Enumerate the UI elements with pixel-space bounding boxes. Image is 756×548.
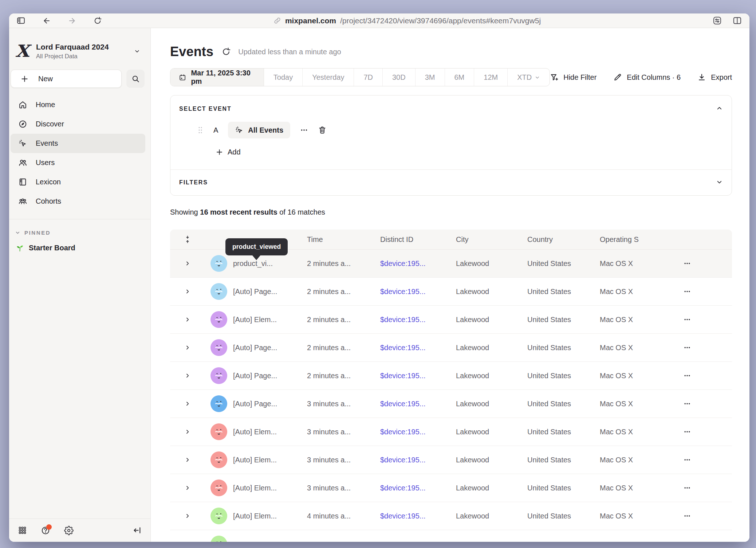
country-cell: United States <box>527 316 600 324</box>
expand-row-icon[interactable] <box>185 373 190 379</box>
expand-row-icon[interactable] <box>185 429 190 435</box>
city-cell: Lakewood <box>456 259 527 268</box>
sidebar-item-events[interactable]: Events <box>11 134 145 153</box>
sidebar-item-discover[interactable]: Discover <box>11 114 145 134</box>
row-more-options-icon[interactable] <box>673 372 732 379</box>
settings-gear-icon[interactable] <box>64 526 74 535</box>
row-more-options-icon[interactable] <box>673 484 732 492</box>
row-more-options-icon[interactable] <box>673 316 732 323</box>
export-button[interactable]: Export <box>697 73 732 82</box>
distinct-id-link[interactable]: $device:195... <box>380 400 456 408</box>
expand-row-icon[interactable] <box>185 317 190 322</box>
forward-icon[interactable] <box>68 16 76 25</box>
range-6m[interactable]: 6M <box>445 68 474 86</box>
distinct-id-link[interactable]: $device:195... <box>380 344 456 352</box>
sidebar-item-starter-board[interactable]: Starter Board <box>9 238 150 258</box>
row-more-options-icon[interactable] <box>673 400 732 407</box>
expand-row-icon[interactable] <box>185 513 190 519</box>
distinct-id-link[interactable]: $device:195... <box>380 428 456 436</box>
expand-row-icon[interactable] <box>185 261 190 266</box>
add-event-button[interactable]: Add <box>216 148 723 156</box>
book-icon <box>18 177 27 187</box>
row-more-options-icon[interactable] <box>673 512 732 520</box>
sidebar-item-label: Discover <box>36 120 64 128</box>
sidebar-item-users[interactable]: Users <box>11 153 145 172</box>
drag-handle-icon[interactable] <box>197 126 204 134</box>
row-more-options-icon[interactable] <box>673 428 732 435</box>
help-button[interactable] <box>41 526 50 535</box>
pencil-icon <box>613 73 622 82</box>
seedling-icon <box>16 244 24 252</box>
range-3m[interactable]: 3M <box>415 68 445 86</box>
add-label: Add <box>228 148 241 156</box>
expand-row-icon[interactable] <box>185 541 190 542</box>
reload-icon[interactable] <box>93 16 102 25</box>
os-cell: Mac OS X <box>600 428 673 436</box>
sidebar-item-cohorts[interactable]: Cohorts <box>11 192 145 211</box>
collapse-sidebar-icon[interactable] <box>133 526 142 535</box>
event-selector-chip[interactable]: All Events <box>228 122 290 138</box>
distinct-id-link[interactable]: $device:195... <box>380 484 456 492</box>
distinct-id-link[interactable]: $device:195... <box>380 259 456 268</box>
row-more-options-icon[interactable] <box>673 344 732 351</box>
expand-row-icon[interactable] <box>185 345 190 351</box>
distinct-id-link[interactable]: $device:195... <box>380 456 456 464</box>
edit-columns-button[interactable]: Edit Columns · 6 <box>613 73 681 82</box>
range-7d[interactable]: 7D <box>354 68 382 86</box>
back-icon[interactable] <box>42 16 51 25</box>
split-view-icon[interactable] <box>732 16 742 26</box>
range-yesterday[interactable]: Yesterday <box>302 68 354 86</box>
expand-row-icon[interactable] <box>185 457 190 463</box>
distinct-id-link[interactable]: $device:195... <box>380 316 456 324</box>
search-button[interactable] <box>126 70 145 88</box>
sidebar-item-home[interactable]: Home <box>11 95 145 114</box>
date-picker[interactable]: Mar 11, 2025 3:30 pm <box>170 68 264 86</box>
column-header-distinct-id: Distinct ID <box>380 235 456 244</box>
pinned-section-header[interactable]: PINNED <box>9 219 150 238</box>
delete-icon[interactable] <box>318 126 327 134</box>
distinct-id-link[interactable]: $device:195... <box>380 512 456 520</box>
event-avatar <box>210 367 227 384</box>
distinct-id-link[interactable]: $device:195... <box>380 372 456 380</box>
filters-label: FILTERS <box>179 179 723 186</box>
chevron-down-icon[interactable] <box>134 48 140 54</box>
apps-grid-icon[interactable] <box>18 526 27 535</box>
range-30d[interactable]: 30D <box>382 68 415 86</box>
expand-row-icon[interactable] <box>185 401 190 407</box>
city-cell: Lakewood <box>456 372 527 380</box>
expand-section-icon[interactable] <box>716 179 723 185</box>
sidebar-item-lexicon[interactable]: Lexicon <box>11 172 145 192</box>
row-more-options-icon[interactable] <box>673 456 732 463</box>
home-icon <box>18 100 27 109</box>
url-bar[interactable]: mixpanel.com/project/3472420/view/397469… <box>102 16 712 25</box>
time-cell: 3 minutes a... <box>307 484 380 492</box>
event-avatar <box>210 283 227 300</box>
more-options-icon[interactable] <box>300 126 308 134</box>
expand-row-icon[interactable] <box>185 289 190 294</box>
row-more-options-icon[interactable] <box>673 288 732 295</box>
sidebar-toggle-icon[interactable] <box>16 16 25 25</box>
desktop-background: mixpanel.com/project/3472420/view/397469… <box>0 0 756 548</box>
range-12m[interactable]: 12M <box>474 68 507 86</box>
expand-row-icon[interactable] <box>185 485 190 491</box>
os-cell: Mac OS X <box>600 484 673 492</box>
chevron-down-icon <box>535 75 540 80</box>
hide-filter-button[interactable]: Hide Filter <box>550 73 596 82</box>
sidebar-item-label: Users <box>36 158 55 167</box>
range-today[interactable]: Today <box>264 68 302 86</box>
distinct-id-link[interactable]: $device:195... <box>380 287 456 296</box>
collapse-section-icon[interactable] <box>716 105 723 112</box>
pinned-item-label: Starter Board <box>29 244 75 252</box>
table-row: [Auto] Page... 3 minutes a... $device:19… <box>170 390 732 418</box>
project-selector[interactable]: X Lord Farquaad 2024 All Project Data <box>9 28 150 69</box>
time-cell: 2 minutes a... <box>307 259 380 268</box>
country-cell: United States <box>527 287 600 296</box>
city-cell: Lakewood <box>456 484 527 492</box>
collapse-rows-icon[interactable] <box>184 235 191 244</box>
new-button[interactable]: New <box>11 70 122 88</box>
range-xtd[interactable]: XTD <box>507 68 550 86</box>
page-settings-icon[interactable] <box>712 16 722 26</box>
row-more-options-icon[interactable] <box>673 260 732 267</box>
row-more-options-icon[interactable] <box>673 540 732 542</box>
refresh-icon[interactable] <box>221 47 231 56</box>
